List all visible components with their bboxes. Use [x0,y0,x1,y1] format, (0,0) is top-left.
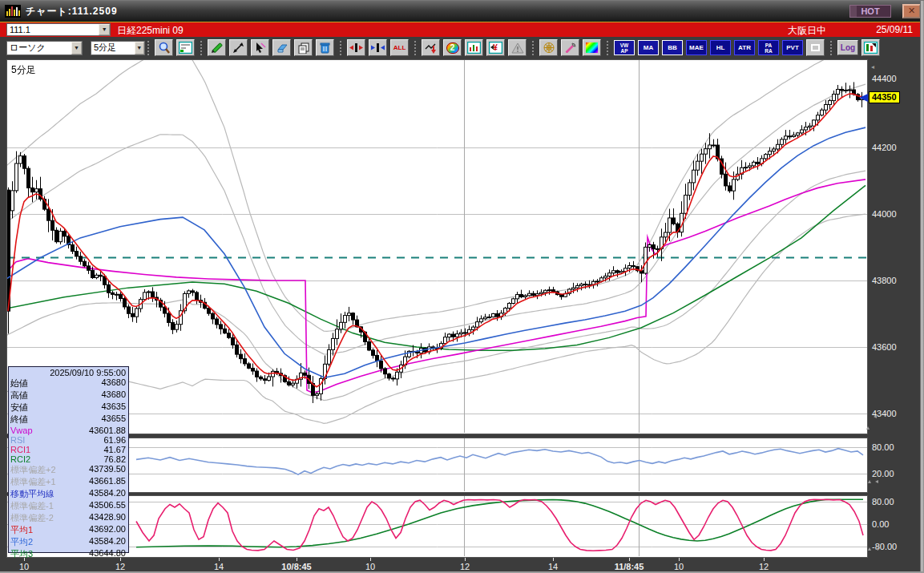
show-all-button[interactable]: ALL [390,39,409,56]
chart-mode-icon[interactable] [861,39,880,56]
chart-window-icon[interactable] [465,39,483,56]
axis-label: 80.00 [872,442,894,452]
hot-button[interactable]: HOT [849,5,891,18]
indicator-vwap-button[interactable]: VWAP [614,40,635,55]
price-convert-yen-icon[interactable]: ¥ [486,39,505,56]
symbol-combobox[interactable]: ▼ [6,23,111,36]
tooltip-row: 終値43655 [10,414,126,426]
symbol-bar: ▼ 日経225mini 09 大阪日中 25/09/11 [0,22,924,37]
window-frame-right [920,1,924,573]
zoom-icon[interactable] [155,39,173,56]
time-axis-label: 14 [191,562,247,571]
toolbar-group-grip [147,41,151,55]
settings-wrench-icon[interactable] [561,39,579,56]
color-palette-icon[interactable] [583,39,601,56]
log-scale-button[interactable]: Log [837,40,858,55]
indicator-para-button[interactable]: PARA [758,40,779,55]
axis-label: 44200 [872,143,897,152]
close-icon[interactable]: ✕ [902,4,921,18]
pane-scroll-arrow-icon[interactable]: ◂ [871,64,874,71]
title-bar[interactable]: チャート:111.2509 HOT ✕ [0,1,924,22]
axis-label: 80.00 [872,497,894,506]
tooltip-row: RSI61.96 [10,435,126,445]
svg-text:¥: ¥ [493,43,498,52]
time-tick [465,558,466,561]
pane-scroll-arrow-icon[interactable]: ◂ [875,478,878,485]
toolbar-group-grip [340,41,343,55]
indicator-bb-button[interactable]: BB [662,40,683,55]
timeframe-dropdown-button[interactable]: ▼ [135,42,144,54]
last-price-tag: 44350 [869,91,900,103]
indicator-atr-button[interactable]: ATR [734,40,755,55]
tooltip-row: 平均143692.00 [10,524,126,536]
bar-width-increase-icon[interactable] [347,39,365,56]
tooltip-row: 標準偏差+143661.85 [10,476,126,488]
toolbar-group-grip [532,41,535,55]
indicator-hl-button[interactable]: HL [710,40,731,55]
time-axis-label: 10 [0,562,52,571]
axis-label: 43800 [872,276,897,285]
chart-type-combobox[interactable]: ▼ [6,41,83,55]
pane-scroll-arrow-icon[interactable]: ◂ [874,414,877,420]
indicator-ma-button[interactable]: MA [638,40,659,55]
chart-export-icon[interactable] [422,39,440,56]
symbol-input[interactable] [7,24,99,35]
timeframe-input[interactable] [91,42,135,54]
toolbar: ▼ ▼ ALL2¥VWAPMABBMAEHLATRPARAPVTLog [0,37,924,59]
eraser-icon[interactable] [272,39,291,56]
toolbar-group-grip [414,41,418,55]
timeframe-chart-label: 5分足 [11,63,36,77]
session-date: 25/09/11 [876,24,913,35]
time-tick [219,558,220,561]
tooltip-row: 移動平均線43584.20 [10,488,126,500]
time-axis-label: 10/8:45 [268,562,325,571]
chart-type-input[interactable] [7,42,71,54]
indicator-mae-button[interactable]: MAE [686,40,707,55]
pane-scroll-arrow-icon[interactable]: ▴ [866,425,870,431]
tooltip-row: Vwap43601.88 [10,426,126,435]
tooltip-row: 標準偏差-143506.55 [10,500,126,512]
chart-canvas[interactable] [6,59,868,558]
tooltip-datetime: 2025/09/10 9:55:00 [10,368,126,377]
time-axis-label: 10 [651,562,707,571]
session-name: 大阪日中 [788,24,826,38]
dual-chart-icon[interactable]: 2 [443,39,462,56]
toolbar-group-grip [607,41,610,55]
time-axis-label: 11/8:45 [601,562,657,571]
grid-panel-icon[interactable] [176,39,195,56]
time-axis-label: 14 [525,562,581,571]
tooltip-row: 安値43635 [10,402,126,414]
select-cursor-icon[interactable] [251,39,269,56]
app-icon [5,5,21,18]
pane-scroll-arrow-icon[interactable]: ▴ [868,478,871,485]
last-price-arrow-icon [859,94,868,102]
trendline-arrow-icon[interactable] [229,39,248,56]
time-tick [370,558,371,561]
frame-icon[interactable] [806,39,825,56]
alert-icon[interactable] [508,39,527,56]
pane-scroll-arrow-icon[interactable]: ◂ [875,546,878,552]
pane-scroll-arrow-icon[interactable]: ▴ [868,546,871,552]
timeframe-combobox[interactable]: ▼ [91,41,145,55]
axis-label: 0.00 [872,519,889,529]
web-link-icon[interactable] [539,39,558,56]
tooltip-row: RCI276.82 [10,454,126,464]
symbol-dropdown-button[interactable]: ▼ [99,24,110,35]
indicator-pvt-button[interactable]: PVT [782,40,803,55]
chart-type-dropdown-button[interactable]: ▼ [71,42,82,54]
chart-area: 5分足 2025/09/10 9:55:00 始値43680高値43680安値4… [0,59,924,573]
instrument-name: 日経225mini 09 [117,24,184,38]
time-axis-label: 10 [342,562,398,571]
axis-label: 43600 [872,342,897,352]
tooltip-row: 始値43680 [10,377,126,389]
delete-trash-icon[interactable] [316,39,334,56]
bar-width-decrease-icon[interactable] [369,39,387,56]
time-axis-label: 12 [437,562,493,571]
time-tick [297,558,297,561]
time-axis-label: 12 [736,562,792,571]
ohlc-tooltip: 2025/09/10 9:55:00 始値43680高値43680安値43635… [8,366,129,553]
toolbar-group-grip [830,41,833,55]
time-axis-label: 12 [92,562,148,571]
draw-pencil-icon[interactable] [208,39,226,56]
copy-objects-icon[interactable] [294,39,313,56]
